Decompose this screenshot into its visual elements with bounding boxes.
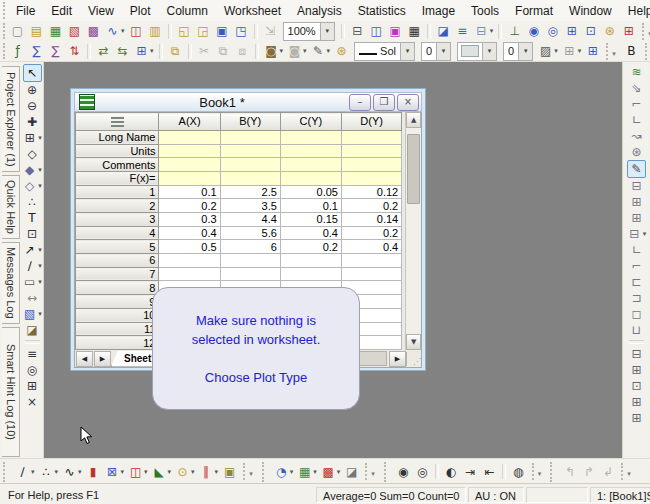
line-plot-dropdown-icon[interactable]: ▾ (31, 468, 35, 476)
script-window-button[interactable]: ⊡ (582, 23, 599, 40)
label-cell[interactable] (341, 158, 401, 172)
log-x-axis-button[interactable]: ⌐ (628, 96, 645, 112)
draw-data-button[interactable]: ∴ (24, 194, 41, 210)
menu-plot[interactable]: Plot (122, 1, 159, 21)
row-header-6[interactable]: 6 (76, 254, 159, 268)
toolbar-grip[interactable] (550, 462, 557, 482)
new-project-button[interactable]: ▢ (9, 23, 26, 40)
3d-pie-chart-dropdown-icon[interactable]: ▾ (290, 468, 294, 476)
line-symbol-plot-dropdown-icon[interactable]: ▾ (78, 468, 82, 476)
right-axis-button[interactable]: ⊐ (628, 290, 645, 306)
menu-image[interactable]: Image (414, 1, 463, 21)
data-cell[interactable]: 0.05 (280, 185, 341, 199)
3d-pie-chart-button[interactable]: ◔▾ (273, 463, 295, 480)
sort-worksheet-button[interactable]: ⇅ (66, 43, 83, 60)
merge-cells-button[interactable]: ⊞▾ (133, 43, 155, 60)
open-axes-button[interactable]: ⊔ (628, 322, 645, 338)
data-selector-button[interactable]: ◇ (24, 146, 41, 162)
toolbar-grip[interactable] (3, 2, 5, 19)
insert-matrix-button[interactable]: ⊞ (24, 378, 41, 394)
toolbar-overflow[interactable]: ▾ (532, 463, 544, 480)
sheet-scroll-left-icon[interactable]: ◀ (76, 351, 93, 367)
label-cell[interactable] (220, 158, 280, 172)
row-header-4[interactable]: 4 (76, 226, 159, 240)
status-au-toggle[interactable]: AU : ON (468, 487, 524, 503)
pointer-button[interactable]: ↖ (23, 64, 42, 82)
new-matrix-button[interactable]: ▩ (85, 23, 102, 40)
zoom-dropdown-icon[interactable]: ▾ (320, 23, 334, 40)
change-mask-color-button[interactable]: ◐ (443, 463, 460, 480)
data-cell[interactable]: 3.5 (220, 199, 280, 213)
disable-masking-button[interactable]: ◍ (510, 463, 527, 480)
close-button[interactable]: × (397, 94, 419, 111)
label-cell[interactable] (280, 144, 341, 158)
border-style-button[interactable]: ⊞▾ (561, 43, 583, 60)
menu-view[interactable]: View (80, 1, 122, 21)
toolbar-grip[interactable] (384, 462, 391, 482)
print-button[interactable]: ⊟ (349, 23, 366, 40)
extract-layers-button[interactable]: ⊡ (628, 378, 645, 394)
data-cell[interactable]: 5.6 (220, 226, 280, 240)
data-cell[interactable]: 0.14 (341, 213, 401, 227)
row-header-2[interactable]: 2 (76, 199, 159, 213)
unmask-points-button[interactable]: ◎ (414, 463, 431, 480)
import-wizard-button[interactable]: ⇲ (262, 23, 279, 40)
row-header-9[interactable]: 9 (76, 295, 159, 309)
edit-graph-button[interactable]: ◪ (435, 23, 452, 40)
data-cell[interactable]: 6 (220, 240, 280, 254)
data-cell[interactable]: 0.2 (341, 199, 401, 213)
data-cell[interactable]: 0.5 (159, 240, 220, 254)
text-tool-button[interactable]: T (24, 210, 41, 226)
exchange-xy-axes-button[interactable]: ↝ (628, 128, 645, 144)
highlight-color-dropdown-icon[interactable]: ▾ (303, 47, 307, 55)
resize-grip-icon[interactable]: ⋰ (406, 352, 421, 366)
vertical-scroll-thumb[interactable] (407, 134, 420, 204)
menu-edit[interactable]: Edit (43, 1, 80, 21)
fill-color-dropdown-icon[interactable]: ▾ (280, 47, 284, 55)
code-builder-button[interactable]: ⊞ (563, 23, 580, 40)
menu-worksheet[interactable]: Worksheet (216, 1, 289, 21)
data-cell[interactable] (220, 267, 280, 281)
move-up-order-button[interactable]: ↰ (561, 463, 578, 480)
line-width-dropdown-icon[interactable]: ▾ (436, 43, 450, 60)
label-cell[interactable] (159, 144, 220, 158)
set-column-values-button[interactable]: ƒ (9, 43, 26, 60)
new-function-graph-dropdown-icon[interactable]: ▾ (121, 27, 125, 35)
row-header-3[interactable]: 3 (76, 213, 159, 227)
line-tool-button[interactable]: ∕▾ (21, 258, 43, 274)
toolbar-overflow[interactable]: ▾ (365, 463, 377, 480)
draw-pen-dropdown-icon[interactable]: ▾ (327, 47, 331, 55)
fit-page-to-layers-button[interactable]: ⊛ (628, 144, 645, 160)
data-cell[interactable]: 0.15 (280, 213, 341, 227)
save-template-button[interactable]: ◳ (233, 23, 250, 40)
fill-area-plot-dropdown-icon[interactable]: ▾ (168, 468, 172, 476)
data-cell[interactable]: 0.2 (341, 226, 401, 240)
rectangle-tool-button[interactable]: ▭▾ (21, 274, 43, 290)
menu-tools[interactable]: Tools (463, 1, 507, 21)
scatter-plot-dropdown-icon[interactable]: ▾ (55, 468, 59, 476)
data-cell[interactable]: 0.4 (341, 240, 401, 254)
new-graph-button[interactable]: ▧ (66, 23, 83, 40)
insert-object-button[interactable]: ◪ (24, 322, 41, 338)
area-chart-button[interactable]: ⊠▾ (104, 463, 126, 480)
selection-on-all-plots-button[interactable]: ◇▾ (21, 178, 43, 194)
row-label-3[interactable]: F(x)= (76, 171, 159, 185)
find-button[interactable]: ◉ (525, 23, 542, 40)
double-y-plot-dropdown-icon[interactable]: ▾ (215, 468, 219, 476)
toolbar-grip[interactable] (3, 462, 10, 482)
color-dropdown-icon[interactable]: ▾ (482, 43, 496, 60)
toolbar-overflow[interactable]: ▾ (621, 463, 633, 480)
duplicate-with-new-sheet-button[interactable]: ⇘ (628, 80, 645, 96)
command-window-button[interactable]: ⊛ (601, 23, 618, 40)
add-top-x-layer-button[interactable]: ⊞ (628, 194, 645, 210)
rescale-graph-button[interactable]: ≋ (628, 64, 645, 80)
paste-button[interactable]: ⧈ (234, 43, 251, 60)
label-cell[interactable] (159, 158, 220, 172)
line-plot-button[interactable]: ∕▾ (14, 463, 36, 480)
zoom-out-button[interactable]: ⊖ (24, 98, 41, 114)
label-cell[interactable] (280, 171, 341, 185)
data-cell[interactable]: 0.12 (341, 185, 401, 199)
edit-axis-button[interactable]: ✎ (627, 160, 646, 178)
label-cell[interactable] (341, 144, 401, 158)
data-reader-button[interactable]: ⊞▾ (21, 130, 43, 146)
